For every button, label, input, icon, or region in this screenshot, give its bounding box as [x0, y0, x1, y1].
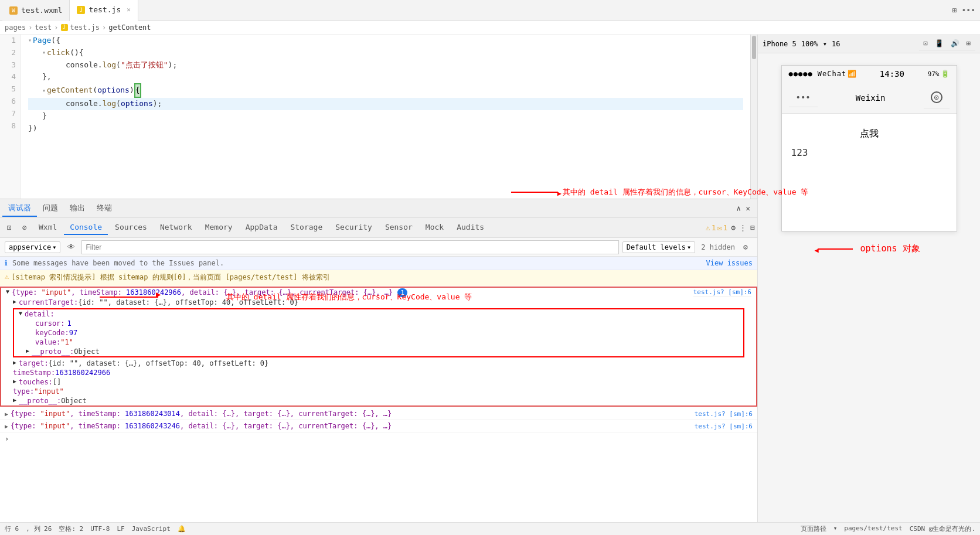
language: JavaScript [132, 525, 171, 533]
detail-header[interactable]: ▼ detail: [14, 309, 743, 319]
warning-badge[interactable]: ⚠ 1 ✉ 1 [706, 223, 727, 232]
tab-mock[interactable]: Mock [420, 220, 450, 235]
more-icon[interactable]: ⋮ [739, 223, 747, 232]
breadcrumb-current: getContent [108, 23, 151, 32]
tab-appdata[interactable]: AppData [240, 220, 284, 235]
warning-icon: ⚠ [5, 272, 9, 282]
filter-input[interactable] [81, 240, 618, 254]
click-button[interactable]: 点我 [791, 123, 947, 145]
eye-icon[interactable]: 👁 [64, 240, 78, 254]
hidden-count: 2 hidden [701, 243, 735, 251]
minimize-icon[interactable]: ∧ [736, 204, 741, 213]
target-row[interactable]: ▶ target: {id: "", dataset: {…}, offsetT… [1, 359, 756, 368]
page-path-sep: ▾ [833, 524, 838, 533]
breadcrumb-part: pages [5, 23, 26, 32]
phone-frame: ●●●●● WeChat 📶 14:30 97% 🔋 ••• Weixin [758, 53, 980, 522]
scrollbar[interactable] [750, 35, 757, 199]
tab-console[interactable]: Console [64, 220, 108, 235]
log-entry-3[interactable]: ▶ {type: "input", timeStamp: 16318602432… [0, 420, 757, 432]
info-text: Some messages have been moved to the Iss… [12, 259, 224, 267]
log2-source[interactable]: test.js? [sm]:6 [695, 410, 753, 418]
levels-label: Default levels [627, 243, 686, 251]
settings-icon[interactable]: ⚙ [739, 240, 753, 254]
devtools-top-tabs: 调试器 问题 输出 终端 ∧ ✕ [0, 199, 757, 218]
view-issues-link[interactable]: View issues [706, 259, 753, 267]
log-entry-2[interactable]: ▶ {type: "input", timeStamp: 16318602430… [0, 408, 757, 420]
tab-memory[interactable]: Memory [199, 220, 239, 235]
log-summary-row[interactable]: ▼ {type: "input", timeStamp: 16318602429… [1, 288, 756, 298]
chevron-down-icon[interactable]: ▾ [823, 40, 827, 48]
devtools-panel: 调试器 问题 输出 终端 ∧ ✕ ⊡ ⊘ Wxml Cons [0, 199, 757, 522]
battery-icon: 🔋 [941, 70, 950, 78]
pause-icon[interactable]: ⊘ [18, 221, 32, 235]
wechat-nav-bar: ••• Weixin ⊙ [782, 82, 957, 114]
code-content: ▾Page({ ▾click(){ console.log("点击了按钮"); … [21, 35, 750, 199]
line-numbers: 12345678 [0, 35, 21, 199]
fold-arrow[interactable]: ▾ [42, 86, 46, 96]
js-breadcrumb-icon: J [61, 24, 68, 31]
inspect-icon[interactable]: ⊡ [2, 221, 16, 235]
tab-output[interactable]: 输出 [64, 200, 91, 217]
message-count: 1 [723, 223, 728, 232]
col: , 列 26 [26, 524, 52, 533]
dots-icon[interactable]: ••• [796, 93, 811, 102]
layout-icon[interactable]: ⊞ [952, 6, 957, 15]
tab-security[interactable]: Security [329, 220, 378, 235]
warning-message: ⚠ [sitemap 索引情况提示] 根据 sitemap 的规则[0]，当前页… [0, 270, 757, 285]
tab-storage[interactable]: Storage [284, 220, 328, 235]
currentTarget-row[interactable]: ▶ currentTarget: {id: "", dataset: {…}, … [1, 298, 756, 307]
tablet-icon[interactable]: ⊡ [924, 39, 928, 47]
proto2-row[interactable]: ▶ __proto__: Object [1, 396, 756, 405]
tab-label: test.js [89, 5, 121, 14]
code-editor: 12345678 ▾Page({ ▾click(){ console.log("… [0, 35, 757, 199]
context-select[interactable]: appservice ▾ [5, 241, 60, 253]
log-count-badge: 1 [397, 288, 407, 297]
tab-audits[interactable]: Audits [451, 220, 490, 235]
wechat-title: Weixin [818, 93, 924, 103]
warning-count: 1 [712, 223, 716, 232]
tab-debugger[interactable]: 调试器 [2, 200, 37, 217]
tab-wxml[interactable]: Wxml [33, 220, 63, 235]
proto-row[interactable]: ▶ __proto__: Object [14, 347, 743, 356]
sim-toolbar: iPhone 5 100% ▾ 16 ⊡ 📱 🔊 ⊞ [758, 35, 980, 53]
battery-label: 97% [928, 70, 940, 78]
signal-label: ●●●●● WeChat [789, 70, 847, 78]
dock-icon[interactable]: ⊟ [750, 223, 755, 232]
sim-icons: ⊡ 📱 🔊 ⊞ [919, 37, 975, 50]
gear-icon[interactable]: ⚙ [731, 223, 736, 232]
tab-test-wxml[interactable]: W test.wxml [2, 0, 70, 21]
console-toolbar: appservice ▾ 👁 Default levels ▾ 2 hidden… [0, 238, 757, 257]
wxml-icon: W [9, 6, 18, 15]
chevron-down-icon: ▾ [687, 243, 691, 251]
prompt-arrow: › [5, 435, 9, 443]
fold-arrow[interactable]: ▾ [42, 48, 46, 57]
more-icon[interactable]: ••• [962, 6, 975, 15]
speaker-icon[interactable]: 🔊 [951, 39, 959, 47]
close-tab-button[interactable]: ✕ [127, 6, 131, 13]
options-annotation: ◀ options 对象 [818, 243, 920, 254]
bell-icon[interactable]: 🔔 [178, 525, 186, 533]
tab-network[interactable]: Network [154, 220, 198, 235]
log3-source[interactable]: test.js? [sm]:6 [695, 422, 753, 430]
log-source-link[interactable]: test.js? [sm]:6 [693, 288, 751, 297]
detail-label: detail: [25, 310, 55, 318]
tab-terminal[interactable]: 终端 [91, 200, 118, 217]
console-prompt: › [0, 432, 757, 445]
touches-row[interactable]: ▶ touches: [] [1, 377, 756, 387]
chevron-down-icon: ▾ [52, 243, 56, 251]
close-devtools-icon[interactable]: ✕ [746, 204, 750, 213]
phone-icon[interactable]: 📱 [935, 39, 944, 47]
page-path-label: 页面路径 [801, 524, 826, 533]
tab-issues[interactable]: 问题 [37, 200, 64, 217]
tab-sensor[interactable]: Sensor [379, 220, 418, 235]
expand-icon[interactable]: ⊞ [967, 39, 971, 47]
expand-toggle[interactable]: ▼ [6, 288, 9, 295]
fold-arrow[interactable]: ▾ [28, 36, 32, 45]
record-button[interactable]: ⊙ [931, 91, 942, 103]
tab-sources[interactable]: Sources [109, 220, 153, 235]
line-col: 行 6 [5, 524, 19, 533]
line-ending: LF [117, 525, 124, 533]
breadcrumb-part: test.js [70, 23, 100, 32]
levels-select[interactable]: Default levels ▾ [622, 241, 695, 253]
tab-test-js[interactable]: J test.js ✕ [70, 0, 138, 21]
